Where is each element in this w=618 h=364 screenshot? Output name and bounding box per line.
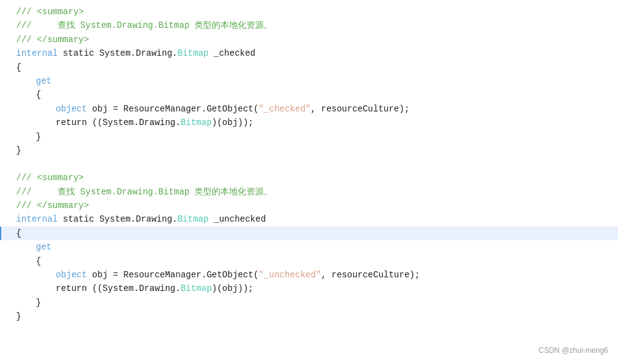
code-token: /// <summary> <box>16 171 84 184</box>
code-line: { <box>0 254 618 268</box>
code-token: /// </summary> <box>16 199 89 212</box>
code-line: /// <summary> <box>0 171 618 184</box>
code-line: return ((System.Drawing.Bitmap)(obj)); <box>0 116 618 129</box>
code-token: "_unchecked" <box>259 268 321 282</box>
code-token: object <box>56 102 87 116</box>
code-line: internal static System.Drawing.Bitmap _u… <box>0 212 618 226</box>
code-token: /// 查找 System.Drawing.Bitmap 类型的本地化资源。 <box>16 19 272 32</box>
code-content: /// <summary>/// 查找 System.Drawing.Bitma… <box>0 5 618 324</box>
code-line: return ((System.Drawing.Bitmap)(obj)); <box>0 282 618 295</box>
code-token: /// 查找 System.Drawing.Bitmap 类型的本地化资源。 <box>16 185 272 199</box>
code-line <box>0 157 618 171</box>
code-token: Bitmap <box>177 212 208 226</box>
code-token: Bitmap <box>181 282 212 295</box>
code-line: internal static System.Drawing.Bitmap _c… <box>0 46 618 60</box>
code-line: } <box>0 144 618 157</box>
code-token: static System.Drawing. <box>58 212 177 226</box>
code-token: { <box>36 254 41 268</box>
code-token: /// </summary> <box>16 33 89 46</box>
code-line: /// </summary> <box>0 199 618 212</box>
code-token: , resourceCulture); <box>321 268 420 282</box>
code-editor: /// <summary>/// 查找 System.Drawing.Bitma… <box>0 0 618 364</box>
code-token: } <box>16 310 21 323</box>
code-token: , resourceCulture); <box>311 102 410 116</box>
code-token: { <box>16 227 21 240</box>
code-token: object <box>56 268 87 282</box>
code-token: /// <summary> <box>16 5 84 19</box>
code-token: get <box>36 74 51 88</box>
code-token: return ((System.Drawing. <box>56 282 181 295</box>
code-token: } <box>16 144 21 157</box>
code-line: } <box>0 130 618 144</box>
code-token: } <box>36 130 41 144</box>
code-token: internal <box>16 46 58 60</box>
code-token: _checked <box>209 46 256 60</box>
code-token: "_checked" <box>259 102 311 116</box>
code-token: obj = ResourceManager.GetObject( <box>87 268 258 282</box>
watermark: CSDN @zhui-meng6 <box>539 345 608 357</box>
code-line: /// <summary> <box>0 5 618 19</box>
code-line: { <box>0 227 618 240</box>
code-token: } <box>36 296 41 310</box>
code-line: get <box>0 240 618 254</box>
code-line: /// 查找 System.Drawing.Bitmap 类型的本地化资源。 <box>0 19 618 32</box>
code-token: )(obj)); <box>212 282 253 295</box>
code-token: )(obj)); <box>212 116 253 129</box>
code-line: /// </summary> <box>0 33 618 46</box>
code-token: return ((System.Drawing. <box>56 116 181 129</box>
code-token: { <box>16 61 21 74</box>
code-line: { <box>0 88 618 102</box>
code-line: object obj = ResourceManager.GetObject("… <box>0 268 618 282</box>
code-line: object obj = ResourceManager.GetObject("… <box>0 102 618 116</box>
code-token: internal <box>16 212 58 226</box>
code-token: obj = ResourceManager.GetObject( <box>87 102 258 116</box>
code-token: get <box>36 240 51 254</box>
code-token: Bitmap <box>177 46 208 60</box>
code-token: Bitmap <box>181 116 212 129</box>
code-line: { <box>0 61 618 74</box>
code-line: get <box>0 74 618 88</box>
code-line: /// 查找 System.Drawing.Bitmap 类型的本地化资源。 <box>0 185 618 199</box>
code-token: { <box>36 88 41 102</box>
code-line: } <box>0 310 618 323</box>
code-token: static System.Drawing. <box>58 46 177 60</box>
code-token: _unchecked <box>209 212 266 226</box>
code-line: } <box>0 296 618 310</box>
